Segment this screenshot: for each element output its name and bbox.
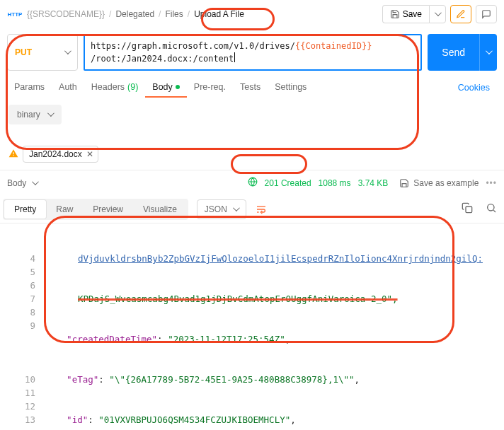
wrap-toggle-button[interactable] [252,200,270,219]
svg-rect-3 [466,207,472,213]
crumb-delegated[interactable]: Delegated [115,9,154,19]
http-method-badge: HTTP [7,8,23,21]
view-pretty[interactable]: Pretty [4,200,46,219]
cookies-link[interactable]: Cookies [451,79,497,97]
save-icon [399,178,409,188]
send-more-button[interactable] [479,34,497,71]
method-label: PUT [15,47,32,57]
body-mode-select[interactable]: binary [8,105,62,124]
response-json-viewer[interactable]: 4 5 6 7 8 9 10 11 12 13 14 15 16 dVjduvk… [0,223,504,430]
chevron-down-icon [233,207,239,212]
view-raw[interactable]: Raw [46,200,83,219]
modified-dot-icon [176,85,180,89]
warning-icon [8,149,18,161]
more-actions-button[interactable]: ••• [486,178,497,188]
page-title: Upload A File [194,9,244,19]
tab-body[interactable]: Body [145,78,187,98]
search-response-button[interactable] [486,202,497,216]
comments-button[interactable] [476,5,497,23]
method-select[interactable]: PUT [7,34,78,71]
copy-response-button[interactable] [462,202,473,216]
save-label: Save [403,9,422,19]
edit-button[interactable] [450,5,471,23]
selected-file-chip[interactable]: Jan2024.docx ✕ [23,146,98,163]
chevron-down-icon [435,11,440,17]
pencil-icon [456,9,466,19]
tab-params[interactable]: Params [7,78,52,98]
tab-settings[interactable]: Settings [268,78,314,98]
crumb-files[interactable]: Files [165,9,183,19]
file-name-label: Jan2024.docx [29,149,82,159]
save-as-example-button[interactable]: Save as example [413,178,479,188]
format-select[interactable]: JSON [197,199,246,219]
tab-prereq[interactable]: Pre-req. [187,78,233,98]
remove-file-button[interactable]: ✕ [86,149,93,159]
send-button[interactable]: Send [428,34,479,71]
line-number-gutter: 4 5 6 7 8 9 10 11 12 13 14 15 16 [0,223,42,430]
status-code: 201 Created [265,178,311,188]
tab-auth[interactable]: Auth [52,78,84,98]
url-input[interactable]: https://graph.microsoft.com/v1.0/drives/… [84,34,422,71]
crumb-codename[interactable]: {{SRSCODENAME}} [27,9,105,19]
chevron-down-icon [64,50,70,55]
chevron-down-icon [486,50,491,55]
view-preview[interactable]: Preview [83,200,133,219]
tab-tests[interactable]: Tests [233,78,268,98]
response-time: 1088 ms [319,178,351,188]
globe-icon [248,177,258,189]
response-size: 3.74 KB [358,178,389,188]
svg-line-5 [493,210,496,212]
save-icon [390,9,400,19]
save-button[interactable]: Save [382,5,429,23]
response-section-select[interactable]: Body [7,178,38,188]
text-cursor [234,52,235,62]
save-more-button[interactable] [429,5,446,23]
chevron-down-icon [47,112,53,117]
view-mode-segment: Pretty Raw Preview Visualize [3,199,188,220]
tab-headers[interactable]: Headers (9) [84,78,146,98]
response-json-code: dVjduvkldrsbnByb2ZpbGVzIjFwQlozoeloI1jil… [42,223,504,430]
view-visualize[interactable]: Visualize [133,200,187,219]
breadcrumb: {{SRSCODENAME}} / Delegated / Files / Up… [27,9,244,19]
svg-point-4 [488,204,494,211]
chevron-down-icon [32,180,38,186]
comment-icon [481,9,491,19]
